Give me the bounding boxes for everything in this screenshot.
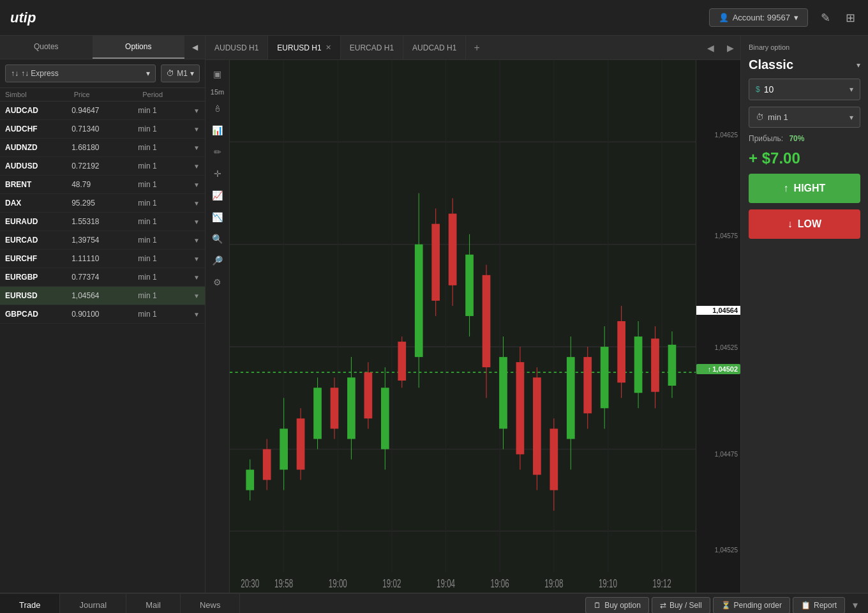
col-symbol-header: Simbol xyxy=(5,91,74,98)
symbol-name: EURUSD xyxy=(5,291,71,300)
report-button[interactable]: 📋 Report xyxy=(793,597,845,614)
symbol-row-audcad[interactable]: AUDCAD 0.94647 min 1 ▼ xyxy=(0,102,205,120)
chart-tab-eurusd[interactable]: EURUSD H1 ✕ xyxy=(268,36,340,59)
buy-sell-label: Buy / Sell xyxy=(670,601,702,610)
clock-icon: ⏱ xyxy=(756,112,764,122)
chart-type-button[interactable]: ▣ xyxy=(209,65,227,83)
crosshair-button[interactable]: ✛ xyxy=(209,165,227,183)
tab-quotes[interactable]: Quotes xyxy=(0,36,93,59)
m1-label: M1 xyxy=(177,69,188,78)
symbol-name: EURCAD xyxy=(5,236,71,245)
expand-button[interactable]: ▾ xyxy=(848,596,863,613)
symbol-row-brent[interactable]: BRENT 48.79 min 1 ▼ xyxy=(0,176,205,194)
logo: utip xyxy=(10,10,36,26)
up-arrow-icon: ↑ xyxy=(784,183,789,194)
tab-options[interactable]: Options xyxy=(93,36,185,59)
volume-button[interactable]: 📉 xyxy=(209,208,227,226)
settings-button[interactable]: ⚙ xyxy=(209,273,227,291)
grid-button[interactable]: ⊞ xyxy=(843,8,858,27)
symbol-row-euraud[interactable]: EURAUD 1.55318 min 1 ▼ xyxy=(0,213,205,231)
price-label-3: 1,04525 xyxy=(715,344,738,351)
symbol-row-eurgbp[interactable]: EURGBP 0.77374 min 1 ▼ xyxy=(0,268,205,287)
chart-nav-right-button[interactable]: ▶ xyxy=(721,36,740,60)
tab-mail[interactable]: Mail xyxy=(126,594,181,613)
amount-dropdown[interactable]: $ 10 ▾ xyxy=(749,79,860,100)
high-button[interactable]: ↑ HIGHT xyxy=(749,174,860,203)
tab-collapse-button[interactable]: ◀ xyxy=(184,36,205,59)
time-dropdown[interactable]: ⏱ min 1 ▾ xyxy=(749,107,860,128)
buy-sell-icon: ⇄ xyxy=(660,601,666,610)
bar-chart-button[interactable]: 📊 xyxy=(209,121,227,139)
user-icon: 👤 xyxy=(719,13,729,22)
account-label: Account: 99567 xyxy=(733,13,790,22)
profit-label: Прибыль: xyxy=(749,134,783,143)
tab-news[interactable]: News xyxy=(181,594,241,613)
chart-tab-audcad[interactable]: AUDCAD H1 xyxy=(403,36,466,59)
chart-nav-left-button[interactable]: ◀ xyxy=(701,36,721,60)
symbol-period: min 1 xyxy=(138,254,193,263)
symbol-row-audchf[interactable]: AUDCHF 0.71340 min 1 ▼ xyxy=(0,120,205,139)
symbol-price: 0.94647 xyxy=(71,106,138,115)
symbol-row-gbpcad[interactable]: GBPCAD 0.90100 min 1 ▼ xyxy=(0,305,205,324)
symbol-row-dax[interactable]: DAX 95.295 min 1 ▼ xyxy=(0,194,205,213)
header: utip 👤 Account: 99567 ▾ ✎ ⊞ xyxy=(0,0,868,36)
svg-rect-39 xyxy=(449,214,457,285)
col-period-header: Period xyxy=(142,91,200,98)
symbol-arrow-icon: ▼ xyxy=(193,218,200,225)
symbol-period: min 1 xyxy=(138,143,193,152)
svg-rect-55 xyxy=(583,357,592,413)
symbol-arrow-icon: ▼ xyxy=(193,292,200,299)
express-label: ↑↓ Express xyxy=(21,69,144,78)
pending-order-button[interactable]: ⏳ Pending order xyxy=(713,597,790,614)
symbol-row-eurchf[interactable]: EURCHF 1.11110 min 1 ▼ xyxy=(0,250,205,268)
symbol-price: 95.295 xyxy=(71,199,138,208)
symbol-price: 1,39754 xyxy=(71,236,138,245)
svg-rect-57 xyxy=(601,347,609,408)
binary-dropdown-arrow-icon[interactable]: ▾ xyxy=(857,61,860,70)
chart-tab-audusd[interactable]: AUDUSD H1 xyxy=(206,36,268,59)
express-dropdown[interactable]: ↑↓ ↑↓ Express ▾ xyxy=(5,64,156,82)
chart-tab-eurcad[interactable]: EURCAD H1 xyxy=(341,36,403,59)
symbol-arrow-icon: ▼ xyxy=(193,200,200,207)
zoom-in-button[interactable]: 🔎 xyxy=(209,252,227,269)
symbol-row-eurcad[interactable]: EURCAD 1,39754 min 1 ▼ xyxy=(0,231,205,250)
buy-sell-button[interactable]: ⇄ Buy / Sell xyxy=(652,597,710,614)
svg-rect-33 xyxy=(398,342,406,381)
draw-tool-button[interactable]: ✏ xyxy=(209,143,227,161)
symbol-name: BRENT xyxy=(5,180,71,189)
candle-chart-button[interactable]: 🕯 xyxy=(209,100,227,117)
svg-text:20:30: 20:30 xyxy=(241,577,259,589)
candles-group xyxy=(246,193,676,511)
symbol-name: GBPCAD xyxy=(5,310,71,319)
down-arrow-icon: ↓ xyxy=(788,218,793,230)
symbol-period: min 1 xyxy=(138,273,193,282)
add-tab-button[interactable]: + xyxy=(466,42,487,54)
profit-row: Прибыль: 70% xyxy=(749,134,860,143)
column-headers: Simbol Price Period xyxy=(0,88,205,102)
symbol-arrow-icon: ▼ xyxy=(193,107,200,114)
symbol-price: 1.68180 xyxy=(71,143,138,152)
tab-journal[interactable]: Journal xyxy=(60,594,126,613)
tab-trade[interactable]: Trade xyxy=(0,594,60,613)
svg-rect-51 xyxy=(550,428,558,490)
chart-body: ▣ 15m 🕯 📊 ✏ ✛ 📈 📉 🔍 🔎 ⚙ xyxy=(206,60,740,593)
left-panel: Quotes Options ◀ ↑↓ ↑↓ Express ▾ ⏱ M1 ▾ … xyxy=(0,36,206,593)
m1-dropdown[interactable]: ⏱ M1 ▾ xyxy=(161,64,200,82)
main-area: Quotes Options ◀ ↑↓ ↑↓ Express ▾ ⏱ M1 ▾ … xyxy=(0,36,868,593)
symbol-row-eurusd[interactable]: EURUSD 1,04564 min 1 ▼ xyxy=(0,287,205,305)
buy-option-button[interactable]: 🗒 Buy option xyxy=(585,597,649,614)
symbol-row-audusd[interactable]: AUDUSD 0.72192 min 1 ▼ xyxy=(0,157,205,176)
symbol-arrow-icon: ▼ xyxy=(193,163,200,170)
svg-text:19:02: 19:02 xyxy=(382,577,401,589)
account-button[interactable]: 👤 Account: 99567 ▾ xyxy=(709,8,808,27)
symbol-row-audnzd[interactable]: AUDNZD 1.68180 min 1 ▼ xyxy=(0,139,205,157)
close-tab-icon[interactable]: ✕ xyxy=(326,43,331,52)
edit-button[interactable]: ✎ xyxy=(818,8,833,27)
zoom-out-button[interactable]: 🔍 xyxy=(209,230,227,248)
symbol-period: min 1 xyxy=(138,162,193,170)
svg-text:19:12: 19:12 xyxy=(653,577,671,589)
symbol-arrow-icon: ▼ xyxy=(193,181,200,188)
low-button[interactable]: ↓ LOW xyxy=(749,209,860,239)
symbol-price: 0.90100 xyxy=(71,310,138,319)
indicators-button[interactable]: 📈 xyxy=(209,186,227,204)
